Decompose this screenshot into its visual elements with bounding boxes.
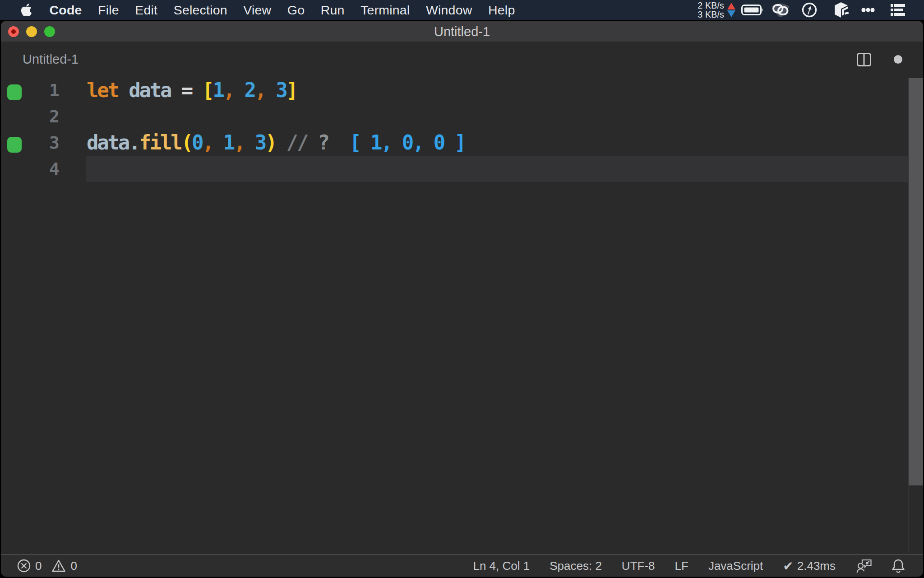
token-variable: . (129, 131, 139, 154)
feedback-icon[interactable] (856, 559, 872, 573)
eol-sequence[interactable]: LF (675, 559, 688, 573)
token-number: 3 (255, 131, 265, 154)
token-comma: , (223, 79, 234, 102)
network-down-speed: 3 KB/s (698, 10, 724, 19)
continuity-rings-icon[interactable] (771, 2, 790, 18)
token-number: 1 (223, 131, 234, 154)
token-operator (307, 131, 318, 154)
editor-file-label[interactable]: Untitled-1 (23, 42, 79, 77)
menu-item-selection[interactable]: Selection (174, 3, 227, 18)
cursor-position[interactable]: Ln 4, Col 1 (473, 559, 530, 573)
editor-title-bar: Untitled-1 (1, 42, 923, 77)
encoding[interactable]: UTF-8 (622, 559, 655, 573)
apple-menu-icon[interactable] (20, 2, 33, 18)
battery-icon[interactable] (741, 5, 764, 15)
network-arrows-icon (727, 2, 736, 18)
menu-item-file[interactable]: File (98, 3, 119, 18)
quokka-perf[interactable]: ✔ 2.43ms (783, 559, 836, 573)
menu-item-help[interactable]: Help (488, 3, 515, 18)
token-number: 0 (192, 131, 202, 154)
check-icon: ✔ (783, 559, 793, 573)
token-operator (118, 79, 129, 102)
window-title-bar[interactable]: Untitled-1 (1, 21, 923, 42)
split-editor-icon[interactable] (857, 53, 871, 66)
token-comment_q: ? (318, 131, 328, 154)
list-menu-icon[interactable] (891, 4, 905, 16)
quokka-coverage-square[interactable] (7, 84, 22, 100)
line-number: 3 (27, 130, 59, 156)
menu-item-window[interactable]: Window (426, 3, 472, 18)
menu-item-run[interactable]: Run (321, 3, 345, 18)
token-number: 1 (213, 79, 223, 102)
token-operator (234, 79, 244, 102)
token-comma: , (234, 131, 244, 154)
token-output: [ 1, 0, 0 ] (349, 131, 465, 154)
code-editor[interactable]: 1let data = [1, 2, 3]23data.fill(0, 1, 3… (1, 77, 923, 553)
line-number: 4 (27, 156, 59, 182)
token-operator (265, 79, 276, 102)
menu-item-go[interactable]: Go (287, 3, 305, 18)
token-keyword: let (87, 79, 118, 102)
warning-count[interactable]: 0 (70, 559, 77, 573)
vertical-scrollbar[interactable] (909, 78, 923, 485)
unsaved-changes-indicator[interactable] (894, 55, 902, 64)
quokka-coverage-square[interactable] (7, 137, 22, 153)
vscode-window: Untitled-1 Untitled-1 1let data = [1, 2,… (1, 21, 923, 577)
menu-item-edit[interactable]: Edit (135, 3, 157, 18)
code-line-3[interactable]: data.fill(0, 1, 3) // ? [ 1, 0, 0 ] (87, 130, 465, 156)
notifications-bell-icon[interactable] (892, 559, 905, 573)
current-line-highlight (86, 156, 909, 182)
token-operator (171, 79, 181, 102)
network-speed-indicator[interactable]: 2 KB/s 3 KB/s (698, 1, 724, 19)
upload-arrow-icon (727, 3, 735, 9)
menu-item-terminal[interactable]: Terminal (360, 3, 410, 18)
status-bar: 0 0 Ln 4, Col 1 Spaces: 2 UTF-8 LF JavaS… (1, 554, 923, 577)
network-up-speed: 2 KB/s (698, 1, 724, 10)
token-number: 3 (276, 79, 286, 102)
perf-time: 2.43ms (797, 559, 836, 573)
line-number: 1 (27, 77, 59, 103)
cube-icon[interactable] (834, 2, 849, 18)
compass-icon[interactable] (802, 2, 817, 18)
token-operator (244, 131, 254, 154)
errors-icon[interactable] (17, 559, 31, 573)
token-comma: , (202, 131, 213, 154)
download-arrow-icon (727, 10, 735, 17)
language-mode[interactable]: JavaScript (708, 559, 763, 573)
token-function: fill (139, 131, 181, 154)
error-count[interactable]: 0 (35, 559, 42, 573)
token-bracket: ] (286, 79, 297, 102)
macos-menu-bar: Code File Edit Selection View Go Run Ter… (0, 0, 924, 20)
menu-item-code[interactable]: Code (50, 3, 82, 18)
token-bracket: ) (265, 131, 276, 154)
window-title: Untitled-1 (1, 21, 923, 42)
indentation[interactable]: Spaces: 2 (550, 559, 602, 573)
token-variable: data (129, 79, 171, 102)
token-bracket: [ (202, 79, 213, 102)
token-bracket: ( (181, 131, 192, 154)
token-operator (213, 131, 223, 154)
warnings-icon[interactable] (51, 559, 66, 573)
token-operator: = (181, 79, 192, 102)
menu-item-view[interactable]: View (243, 3, 271, 18)
code-line-1[interactable]: let data = [1, 2, 3] (87, 77, 297, 103)
token-number: 2 (244, 79, 254, 102)
more-dots-icon[interactable] (861, 7, 875, 13)
token-operator (276, 131, 286, 154)
line-number: 2 (27, 103, 59, 130)
token-variable: data (87, 131, 129, 154)
token-comma: , (255, 79, 265, 102)
token-operator (328, 131, 350, 154)
token-operator (192, 79, 202, 102)
token-comment: // (286, 131, 308, 154)
